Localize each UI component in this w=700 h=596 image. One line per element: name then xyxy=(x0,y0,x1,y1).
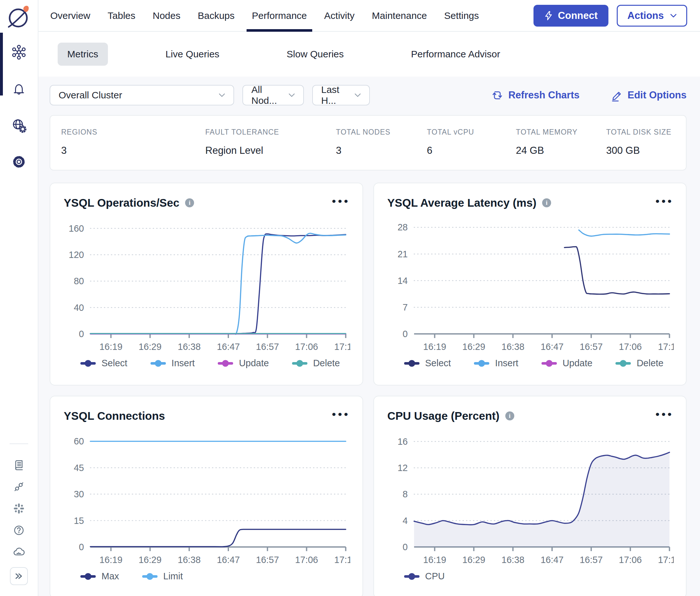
cpu-usage-chart[interactable]: 048121616:1916:2916:3816:4716:5717:0617:… xyxy=(387,428,674,568)
cloud-status-icon[interactable] xyxy=(12,545,26,559)
tab-performance[interactable]: Performance xyxy=(243,0,316,31)
svg-text:16:38: 16:38 xyxy=(178,342,201,352)
expand-sidebar-icon[interactable] xyxy=(10,567,28,585)
svg-text:16:19: 16:19 xyxy=(100,342,123,352)
docs-book-icon[interactable] xyxy=(12,458,26,472)
chart-card-ysql-operations: YSQL Operations/Sec 0408012016016:1916:2… xyxy=(50,183,363,386)
time-range-select[interactable]: Last H... xyxy=(312,85,370,105)
stat-total-vcpu: TOTAL vCPU 6 xyxy=(427,128,516,156)
legend-marker-icon xyxy=(404,573,419,580)
cluster-scope-select[interactable]: Overall Cluster xyxy=(50,85,234,105)
help-icon[interactable] xyxy=(12,524,26,537)
chart-title: YSQL Connections xyxy=(64,409,165,422)
charts-grid: YSQL Operations/Sec 0408012016016:1916:2… xyxy=(50,183,686,596)
chart-card-ysql-connections: YSQL Connections 01530456016:1916:2916:3… xyxy=(50,396,363,596)
nodes-select[interactable]: All Nod... xyxy=(242,85,304,105)
notifications-bell-icon[interactable] xyxy=(11,81,27,97)
svg-text:0: 0 xyxy=(79,329,84,339)
legend-item[interactable]: Select xyxy=(80,358,127,369)
legend-item[interactable]: Update xyxy=(218,358,269,369)
integrations-plug-icon[interactable] xyxy=(12,480,26,494)
refresh-charts-button[interactable]: Refresh Charts xyxy=(492,89,579,102)
subtab-live-queries[interactable]: Live Queries xyxy=(156,43,229,66)
svg-text:16:29: 16:29 xyxy=(462,555,485,565)
tab-overview[interactable]: Overview xyxy=(42,0,99,31)
svg-text:40: 40 xyxy=(74,302,84,313)
svg-text:16:38: 16:38 xyxy=(501,555,524,565)
chevron-down-icon xyxy=(219,93,225,97)
legend-item[interactable]: Insert xyxy=(151,358,195,369)
legend-item[interactable]: Insert xyxy=(474,358,518,369)
info-icon[interactable] xyxy=(542,198,551,207)
tab-backups[interactable]: Backups xyxy=(189,0,243,31)
svg-text:17:06: 17:06 xyxy=(295,555,318,565)
slack-icon[interactable] xyxy=(12,502,26,515)
yugabyte-logo[interactable] xyxy=(5,4,32,31)
tab-activity[interactable]: Activity xyxy=(315,0,363,31)
svg-text:17:16: 17:16 xyxy=(658,555,674,565)
performance-subtabs: Metrics Live Queries Slow Queries Perfor… xyxy=(38,32,700,77)
connect-button[interactable]: Connect xyxy=(534,5,608,27)
svg-text:17:06: 17:06 xyxy=(619,342,642,352)
legend-item[interactable]: Delete xyxy=(616,358,664,369)
chart-menu-icon[interactable] xyxy=(332,408,350,423)
svg-text:16:38: 16:38 xyxy=(178,555,201,565)
legend-marker-icon xyxy=(474,360,489,367)
ysql-connections-chart[interactable]: 01530456016:1916:2916:3816:4716:5717:061… xyxy=(64,428,350,568)
legend-marker-icon xyxy=(404,360,419,367)
stat-total-disk: TOTAL DISK SIZE 300 GB xyxy=(606,128,686,156)
svg-text:16:57: 16:57 xyxy=(579,555,603,565)
refresh-icon xyxy=(492,90,503,101)
legend-item[interactable]: CPU xyxy=(404,571,445,581)
tab-settings[interactable]: Settings xyxy=(436,0,487,31)
svg-text:16:57: 16:57 xyxy=(256,555,279,565)
info-icon[interactable] xyxy=(505,412,514,420)
legend-item[interactable]: Limit xyxy=(142,571,183,581)
edit-pencil-icon xyxy=(610,89,623,102)
subtab-performance-advisor[interactable]: Performance Advisor xyxy=(401,43,510,66)
actions-button[interactable]: Actions xyxy=(617,5,687,27)
legend-item[interactable]: Select xyxy=(404,358,451,369)
chevron-down-icon xyxy=(288,93,295,97)
subtab-slow-queries[interactable]: Slow Queries xyxy=(277,43,353,66)
svg-text:17:06: 17:06 xyxy=(295,342,318,352)
legend-marker-icon xyxy=(218,360,233,367)
settings-gear-icon[interactable] xyxy=(11,154,27,170)
svg-text:17:06: 17:06 xyxy=(619,555,642,565)
svg-text:17:16: 17:16 xyxy=(334,342,350,352)
svg-text:28: 28 xyxy=(397,222,408,232)
svg-text:7: 7 xyxy=(403,302,408,313)
svg-text:16:47: 16:47 xyxy=(217,342,240,352)
globe-gear-icon[interactable] xyxy=(11,117,27,133)
svg-text:0: 0 xyxy=(403,542,408,552)
tab-tables[interactable]: Tables xyxy=(99,0,144,31)
chart-title: YSQL Average Latency (ms) xyxy=(387,196,537,209)
legend-item[interactable]: Delete xyxy=(292,358,340,369)
svg-text:16:29: 16:29 xyxy=(139,555,162,565)
subtab-metrics[interactable]: Metrics xyxy=(58,43,108,66)
tab-nodes[interactable]: Nodes xyxy=(144,0,189,31)
chart-menu-icon[interactable] xyxy=(332,196,350,210)
legend-item[interactable]: Max xyxy=(80,571,119,581)
svg-text:21: 21 xyxy=(397,249,408,259)
ysql-operations-chart[interactable]: 0408012016016:1916:2916:3816:4716:5717:0… xyxy=(64,215,350,355)
svg-text:16:38: 16:38 xyxy=(501,342,524,352)
legend-item[interactable]: Update xyxy=(542,358,593,369)
legend-marker-icon xyxy=(292,360,307,367)
legend-marker-icon xyxy=(142,573,158,580)
tab-maintenance[interactable]: Maintenance xyxy=(363,0,436,31)
chart-title: CPU Usage (Percent) xyxy=(387,409,499,422)
svg-text:160: 160 xyxy=(69,223,84,233)
chart-menu-icon[interactable] xyxy=(655,408,674,423)
cluster-network-icon[interactable] xyxy=(11,44,27,60)
legend-marker-icon xyxy=(151,360,166,367)
active-item-indicator xyxy=(0,33,3,96)
info-icon[interactable] xyxy=(185,198,194,207)
chart-menu-icon[interactable] xyxy=(655,196,674,210)
svg-text:0: 0 xyxy=(79,542,84,552)
svg-text:12: 12 xyxy=(397,463,408,473)
ysql-latency-chart[interactable]: 0714212816:1916:2916:3816:4716:5717:0617… xyxy=(387,215,674,355)
stat-fault-tolerance: FAULT TOLERANCE Region Level xyxy=(205,128,336,156)
sidebar xyxy=(0,0,38,596)
edit-options-button[interactable]: Edit Options xyxy=(610,89,686,102)
